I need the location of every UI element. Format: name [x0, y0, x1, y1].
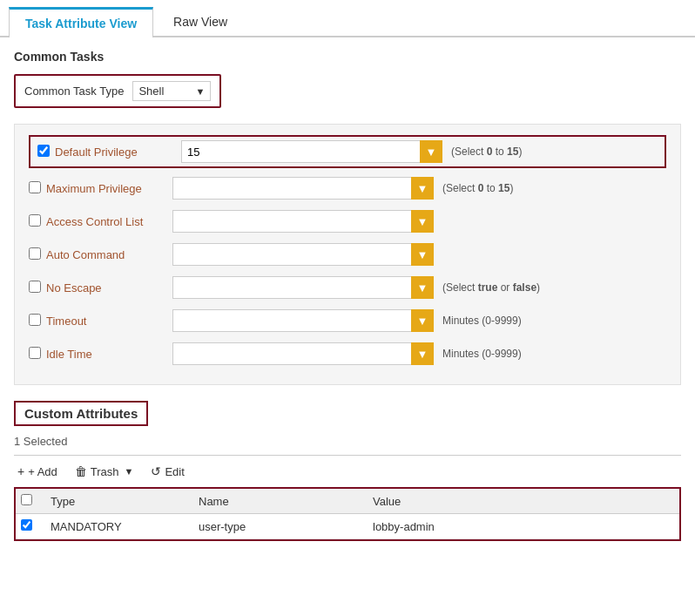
edit-button[interactable]: ↺ Edit	[147, 463, 187, 480]
attr-select-maximum-privilege[interactable]	[172, 177, 434, 200]
selected-count: 1 Selected	[14, 435, 681, 448]
attr-row-auto-command: Auto Command ▼	[29, 241, 666, 267]
attr-label-access-control-list: Access Control List	[46, 215, 172, 228]
add-icon: +	[17, 464, 24, 478]
row-value: lobby-admin	[364, 514, 679, 539]
attr-label-maximum-privilege: Maximum Privilege	[46, 182, 172, 195]
attr-checkbox-auto-command[interactable]	[29, 247, 46, 262]
task-type-box: Common Task Type Shell ▼	[14, 74, 221, 108]
attr-hint-default-privilege: (Select 0 to 15)	[451, 146, 522, 158]
attr-hint-no-escape: (Select true or false)	[442, 281, 540, 294]
attr-label-default-privilege: Default Privilege	[55, 146, 181, 159]
attr-label-auto-command: Auto Command	[46, 248, 172, 261]
attr-label-timeout: Timeout	[46, 315, 172, 328]
trash-icon: 🗑	[75, 464, 87, 478]
attr-select-idle-time[interactable]	[172, 342, 434, 365]
attr-label-idle-time: Idle Time	[46, 348, 172, 361]
tab-label: Task Attribute View	[25, 17, 137, 30]
custom-attributes-title: Custom Attributes	[24, 406, 138, 421]
tab-label: Raw View	[173, 15, 227, 29]
edit-label: Edit	[165, 465, 184, 478]
attr-checkbox-access-control-list[interactable]	[29, 214, 46, 229]
main-content: Common Tasks Common Task Type Shell ▼ De…	[0, 37, 695, 553]
table-header-name: Name	[190, 489, 364, 514]
attr-input-no-escape: ▼	[172, 276, 434, 299]
edit-icon: ↺	[151, 464, 161, 478]
attr-checkbox-maximum-privilege[interactable]	[29, 181, 46, 196]
tabs-container: Task Attribute View Raw View	[0, 0, 695, 37]
row-checkbox[interactable]	[21, 519, 32, 531]
separator	[14, 455, 681, 456]
row-name: user-type	[190, 514, 364, 539]
add-button[interactable]: + + Add	[14, 463, 61, 480]
attr-hint-idle-time: Minutes (0-9999)	[442, 348, 522, 360]
tab-task-attribute-view[interactable]: Task Attribute View	[9, 7, 153, 37]
attr-input-auto-command: ▼	[172, 243, 434, 266]
custom-attributes-table: Type Name Value MANDATORY user-type lobb…	[16, 489, 679, 539]
attr-input-access-control-list: ▼	[172, 210, 434, 233]
attr-select-access-control-list[interactable]	[172, 210, 434, 233]
attr-row-timeout: Timeout ▼ Minutes (0-9999)	[29, 308, 666, 334]
tab-raw-view[interactable]: Raw View	[157, 7, 244, 36]
attr-input-default-privilege: 15 ▼	[181, 140, 442, 163]
attr-select-no-escape[interactable]	[172, 276, 434, 299]
attr-input-maximum-privilege: ▼	[172, 177, 434, 200]
table-header-type: Type	[42, 489, 190, 514]
attr-label-no-escape: No Escape	[46, 281, 172, 294]
attr-row-maximum-privilege: Maximum Privilege ▼ (Select 0 to 15)	[29, 175, 666, 201]
custom-attributes-toolbar: + + Add 🗑 Trash ▼ ↺ Edit	[14, 463, 681, 480]
row-checkbox-cell	[16, 514, 42, 539]
attr-checkbox-timeout[interactable]	[29, 314, 46, 328]
table-row: MANDATORY user-type lobby-admin	[16, 514, 679, 539]
trash-dropdown-arrow: ▼	[125, 466, 134, 477]
attr-checkbox-idle-time[interactable]	[29, 347, 46, 362]
add-label: + Add	[28, 465, 57, 478]
attributes-area: Default Privilege 15 ▼ (Select 0 to 15) …	[14, 124, 681, 385]
task-type-dropdown-arrow: ▼	[196, 86, 206, 97]
common-tasks-title: Common Tasks	[14, 50, 681, 64]
custom-attributes-table-wrapper: Type Name Value MANDATORY user-type lobb…	[14, 487, 681, 541]
attr-row-default-privilege: Default Privilege 15 ▼ (Select 0 to 15)	[29, 135, 666, 168]
attr-select-default-privilege[interactable]: 15	[181, 140, 442, 163]
attr-select-timeout[interactable]	[172, 309, 434, 332]
attr-checkbox-default-privilege[interactable]	[37, 145, 55, 159]
attr-input-timeout: ▼	[172, 309, 434, 332]
trash-label: Trash	[91, 465, 119, 478]
task-type-value: Shell	[138, 85, 164, 98]
attr-row-no-escape: No Escape ▼ (Select true or false)	[29, 274, 666, 301]
select-all-checkbox[interactable]	[21, 494, 32, 505]
table-header-row: Type Name Value	[16, 489, 679, 514]
task-type-label: Common Task Type	[24, 85, 124, 98]
attr-row-idle-time: Idle Time ▼ Minutes (0-9999)	[29, 341, 666, 367]
attr-checkbox-no-escape[interactable]	[29, 281, 46, 295]
attr-row-access-control-list: Access Control List ▼	[29, 208, 666, 234]
custom-attributes-box: Custom Attributes	[14, 401, 148, 426]
table-header-value: Value	[364, 489, 679, 514]
task-type-select[interactable]: Shell ▼	[132, 81, 211, 101]
table-header-checkbox	[16, 489, 42, 514]
trash-button[interactable]: 🗑 Trash ▼	[71, 463, 138, 480]
attr-select-auto-command[interactable]	[172, 243, 434, 266]
row-type: MANDATORY	[42, 514, 190, 539]
attr-hint-timeout: Minutes (0-9999)	[442, 315, 522, 327]
attr-input-idle-time: ▼	[172, 342, 434, 365]
attr-hint-maximum-privilege: (Select 0 to 15)	[442, 182, 513, 194]
